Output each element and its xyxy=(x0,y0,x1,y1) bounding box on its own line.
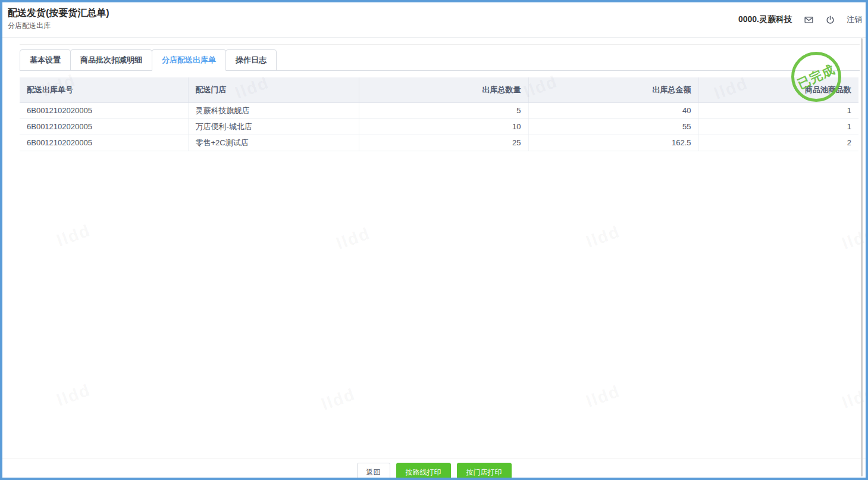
back-button[interactable]: 返回 xyxy=(357,463,390,478)
account-name[interactable]: 0000.灵蕨科技 xyxy=(738,14,792,25)
col-header-total-amount: 出库总金额 xyxy=(528,77,698,102)
content-divider xyxy=(20,44,860,45)
cell-total-qty: 10 xyxy=(359,119,528,135)
mail-icon[interactable] xyxy=(804,15,814,25)
cell-total-amount: 40 xyxy=(528,102,698,119)
tab-basic-settings[interactable]: 基本设置 xyxy=(20,49,71,71)
completed-stamp-label: 已完成 xyxy=(795,61,838,92)
outbound-order-table: 配送出库单号 配送门店 出库总数量 出库总金额 商品池商品数 6B0012102… xyxy=(20,77,858,151)
app-window: 配送发货(按要货汇总单) 分店配送出库 0000.灵蕨科技 注销 基本设置 商品… xyxy=(0,0,868,480)
power-icon[interactable] xyxy=(825,15,835,25)
tab-strip: 基本设置 商品批次扣减明细 分店配送出库单 操作日志 xyxy=(20,49,860,71)
watermark-text: lldd xyxy=(54,381,93,410)
tab-branch-delivery-outbound[interactable]: 分店配送出库单 xyxy=(152,49,226,71)
cell-store: 万店便利-城北店 xyxy=(188,119,359,135)
table-row[interactable]: 6B0012102020005 万店便利-城北店 10 55 1 xyxy=(20,119,858,135)
col-header-store: 配送门店 xyxy=(188,77,359,102)
cell-total-amount: 55 xyxy=(528,119,698,135)
cell-order-no: 6B0012102020005 xyxy=(20,119,188,135)
cell-total-qty: 25 xyxy=(359,135,528,151)
watermark-text: lldd xyxy=(584,382,622,412)
watermark-text: lldd xyxy=(54,221,93,251)
watermark-text: lldd xyxy=(584,222,622,252)
col-header-total-qty: 出库总数量 xyxy=(359,77,528,102)
app-header: 配送发货(按要货汇总单) 分店配送出库 0000.灵蕨科技 注销 xyxy=(2,2,866,38)
table-row[interactable]: 6B0012102020005 零售+2C测试店 25 162.5 2 xyxy=(20,135,858,151)
table-row[interactable]: 6B0012102020005 灵蕨科技旗舰店 5 40 1 xyxy=(20,102,858,119)
watermark-text: lldd xyxy=(334,224,372,254)
cell-store: 灵蕨科技旗舰店 xyxy=(188,102,359,119)
cell-product-count: 2 xyxy=(698,135,858,151)
page: 配送发货(按要货汇总单) 分店配送出库 0000.灵蕨科技 注销 基本设置 商品… xyxy=(2,2,866,478)
watermark-layer: llddllddllddllddllddllddllddllddllddlldd… xyxy=(2,2,866,478)
vertical-scrollbar[interactable] xyxy=(861,38,863,476)
watermark-text: lldd xyxy=(319,385,358,414)
tab-operation-log[interactable]: 操作日志 xyxy=(225,49,277,71)
cell-order-no: 6B0012102020005 xyxy=(20,135,188,151)
cell-product-count: 1 xyxy=(698,102,858,119)
cell-product-count: 1 xyxy=(698,119,858,135)
cell-total-amount: 162.5 xyxy=(528,135,698,151)
cell-total-qty: 5 xyxy=(359,102,528,119)
tab-batch-deduction-detail[interactable]: 商品批次扣减明细 xyxy=(70,49,152,71)
cell-store: 零售+2C测试店 xyxy=(188,135,359,151)
logout-link[interactable]: 注销 xyxy=(847,14,862,25)
print-by-route-button[interactable]: 按路线打印 xyxy=(396,463,451,478)
completed-stamp: 已完成 xyxy=(791,52,841,102)
page-subtitle: 分店配送出库 xyxy=(8,21,51,31)
print-by-store-button[interactable]: 按门店打印 xyxy=(457,463,512,478)
footer-bar: 返回 按路线打印 按门店打印 xyxy=(2,459,866,478)
table-header-row: 配送出库单号 配送门店 出库总数量 出库总金额 商品池商品数 xyxy=(20,77,858,102)
header-right: 0000.灵蕨科技 注销 xyxy=(738,2,862,37)
col-header-order-no: 配送出库单号 xyxy=(20,77,188,102)
cell-order-no: 6B0012102020005 xyxy=(20,102,188,119)
page-title: 配送发货(按要货汇总单) xyxy=(8,7,109,20)
